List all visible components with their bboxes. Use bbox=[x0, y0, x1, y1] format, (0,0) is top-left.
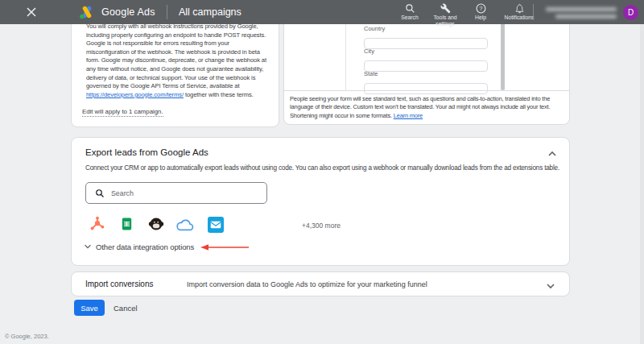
webhook-terms-after: together with these terms. bbox=[184, 91, 254, 98]
cancel-button[interactable]: Cancel bbox=[114, 304, 138, 313]
integration-search-box bbox=[85, 182, 267, 204]
page-title: All campaigns bbox=[179, 6, 242, 18]
import-conversions-card[interactable]: Import conversions Import conversion dat… bbox=[71, 271, 570, 296]
state-label: State bbox=[364, 70, 488, 77]
export-leads-description: Connect your CRM or app to automatically… bbox=[85, 164, 562, 172]
chevron-up-icon[interactable] bbox=[547, 148, 558, 163]
tools-settings-label: Tools and settings bbox=[427, 15, 463, 27]
chevron-down-icon[interactable] bbox=[545, 280, 556, 295]
other-data-integration-toggle[interactable]: Other data integration options bbox=[83, 242, 194, 251]
copyright-text: © Google, 2023. bbox=[5, 333, 49, 340]
chevron-down-icon bbox=[83, 242, 93, 251]
export-leads-card: Export leads from Google Ads Connect you… bbox=[71, 137, 570, 266]
account-divider bbox=[533, 4, 534, 20]
export-leads-title: Export leads from Google Ads bbox=[85, 147, 208, 157]
form-field-city: City bbox=[364, 48, 488, 72]
page-scrollbar[interactable] bbox=[640, 24, 644, 344]
webhook-terms-before: You will comply with all webhook instruc… bbox=[86, 23, 266, 89]
search-nav-label: Search bbox=[401, 15, 419, 21]
salesforce-cloud-icon[interactable] bbox=[175, 218, 195, 235]
webhook-terms-text: You will comply with all webhook instruc… bbox=[86, 23, 266, 99]
mail-app-icon[interactable] bbox=[208, 217, 224, 236]
close-icon[interactable] bbox=[26, 6, 37, 18]
notifications-label: Notifications bbox=[504, 15, 534, 21]
avatar[interactable]: D bbox=[623, 5, 638, 20]
annotation-arrow bbox=[200, 243, 250, 251]
notifications-button[interactable]: Notifications bbox=[498, 2, 540, 21]
google-sheets-icon[interactable] bbox=[120, 217, 134, 234]
bell-icon bbox=[514, 3, 525, 14]
help-button[interactable]: ? Help bbox=[463, 2, 498, 21]
edit-applies-note[interactable]: Edit will apply to 1 campaign. bbox=[82, 108, 163, 117]
product-name: Google Ads bbox=[101, 6, 155, 18]
learn-more-link[interactable]: Learn more bbox=[394, 112, 423, 119]
import-conversions-description: Import conversion data to Google Ads to … bbox=[187, 280, 427, 288]
integration-search-input[interactable] bbox=[111, 183, 266, 203]
wrench-icon bbox=[440, 3, 451, 14]
import-conversions-title: Import conversions bbox=[85, 280, 153, 288]
help-icon: ? bbox=[476, 3, 486, 14]
help-label: Help bbox=[475, 15, 486, 21]
tools-settings-button[interactable]: Tools and settings bbox=[427, 2, 463, 27]
topbar: Google Ads All campaigns Search Tools an… bbox=[0, 0, 644, 24]
topbar-nav: Search Tools and settings ? Help Notific… bbox=[392, 2, 540, 27]
translation-note-area: People seeing your form will see standar… bbox=[284, 90, 569, 125]
mailchimp-icon[interactable] bbox=[147, 215, 165, 236]
city-label: City bbox=[364, 48, 488, 55]
google-ads-logo bbox=[79, 4, 95, 20]
svg-text:?: ? bbox=[479, 6, 482, 11]
more-integrations-count[interactable]: +4,300 more bbox=[302, 222, 341, 230]
search-nav-button[interactable]: Search bbox=[392, 2, 427, 21]
search-icon bbox=[95, 189, 105, 198]
topbar-divider bbox=[167, 5, 167, 19]
translation-note-text: People seeing your form will see standar… bbox=[290, 95, 565, 120]
form-field-country: Country bbox=[364, 25, 488, 49]
hubspot-icon[interactable] bbox=[89, 215, 106, 236]
other-data-integration-label: Other data integration options bbox=[96, 242, 194, 251]
save-button[interactable]: Save bbox=[74, 300, 105, 316]
account-info-redacted bbox=[539, 6, 617, 22]
search-icon bbox=[405, 3, 415, 14]
developers-terms-link[interactable]: https://developers.google.com/terms/ bbox=[86, 91, 184, 98]
